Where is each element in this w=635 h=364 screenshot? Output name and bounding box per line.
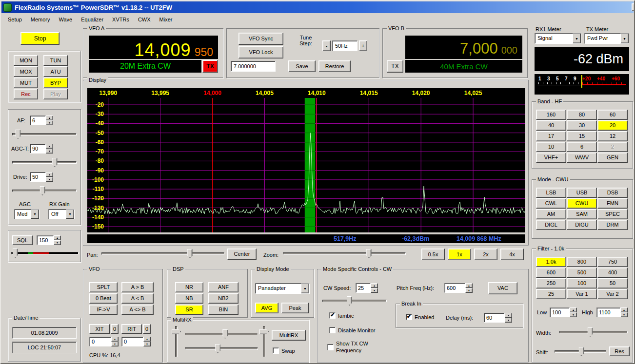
restore-button[interactable]: Restore [318,60,351,72]
spin-up-icon[interactable] [465,283,473,288]
filter-500-button[interactable]: 500 [567,268,597,278]
cw-speed-slider[interactable] [322,296,387,306]
iambic-checkbox[interactable]: Iambic [329,312,354,319]
multirx-button[interactable]: MultiRX [272,330,306,341]
slider-thumb[interactable] [52,158,58,167]
tx-meter-combo[interactable]: Fwd Pwr [584,33,629,44]
spin-down-icon[interactable] [371,288,378,293]
show-tx-cw-frequency-checkbox[interactable]: Show TX CW Frequency [327,341,380,354]
band-6-button[interactable]: 6 [567,142,597,152]
slider-thumb[interactable] [222,329,228,339]
checkbox-box[interactable] [406,314,412,320]
xit-button[interactable]: XIT [89,324,110,334]
band-30-button[interactable]: 30 [567,120,597,131]
dsp-nr-button[interactable]: NR [175,282,203,292]
spin-up-icon[interactable] [371,283,378,288]
cw-speed-spinner[interactable]: 25 [356,283,378,293]
rx-meter-combo[interactable]: Signal [535,33,581,44]
slider-thumb[interactable] [215,344,220,353]
spin-down-icon[interactable] [505,318,512,323]
filter-750-button[interactable]: 750 [597,257,628,267]
sql-slider[interactable] [11,248,79,259]
save-button[interactable]: Save [288,60,316,72]
filter-var2-button[interactable]: Var 2 [597,289,628,299]
display-mode-combo[interactable]: Panadapter [255,283,310,294]
if-to-vfo-button[interactable]: IF->V [89,305,118,315]
menu-cwx[interactable]: CWX [134,15,155,24]
vfo-b-tx-button[interactable]: TX [387,60,403,73]
dsp-sr-button[interactable]: SR [175,305,203,315]
filter-250-button[interactable]: 250 [536,278,566,288]
zoom-2x-button[interactable]: 2x [474,249,497,260]
vac-button[interactable]: VAC [488,282,517,294]
dsp-nb2-button[interactable]: NB2 [208,293,238,304]
spin-down-icon[interactable] [46,149,53,153]
slider-thumb[interactable] [588,327,593,337]
slider-thumb[interactable] [172,329,181,334]
title-bar[interactable]: FlexRadio Systems™ PowerSDR™ v1.18.2 -- … [1,1,634,13]
filter-400-button[interactable]: 400 [597,268,628,278]
multirx-pan-right-slider[interactable] [259,326,270,357]
spin-down-icon[interactable] [143,342,151,346]
filter-shift-slider[interactable] [555,346,606,357]
spin-up-icon[interactable] [54,235,61,240]
spin-up-icon[interactable] [46,115,53,120]
filter-100-button[interactable]: 100 [567,278,597,288]
menu-memory[interactable]: Memory [26,15,55,24]
band-80-button[interactable]: 80 [567,110,597,120]
spin-down-icon[interactable] [54,240,61,245]
band-17-button[interactable]: 17 [536,131,566,141]
agc-combo[interactable]: Med [14,209,40,219]
filter-600-button[interactable]: 600 [536,268,566,278]
spin-down-icon[interactable] [570,312,577,317]
pan-center-button[interactable]: Center [227,249,257,260]
dropdown-arrow-icon[interactable] [66,210,74,219]
filter-25-button[interactable]: 25 [536,289,566,299]
dsp-nb-button[interactable]: NB [175,293,203,304]
agct-spinner[interactable]: 90 [30,144,53,153]
spin-up-icon[interactable] [570,307,577,312]
dsp-anf-button[interactable]: ANF [208,282,238,292]
af-spinner[interactable]: 6 [30,115,53,125]
vfo-a-frequency-display[interactable]: 14,009 950 [89,36,218,59]
spin-up-icon[interactable] [46,144,53,149]
filter-high-spinner[interactable]: 1100 [596,307,628,317]
band-60-button[interactable]: 60 [597,110,628,120]
slider-thumb[interactable] [579,347,584,356]
checkbox-box[interactable] [329,312,336,319]
band-vhf-button[interactable]: VHF+ [536,153,566,163]
rit-spinner[interactable]: 0 [121,337,151,346]
checkbox-box[interactable] [327,344,334,350]
tune-step-minus-button[interactable]: - [322,40,331,51]
avg-button[interactable]: AVG [255,303,278,313]
slider-thumb[interactable] [366,249,372,258]
spin-down-icon[interactable] [46,177,53,182]
spin-up-icon[interactable] [505,313,512,318]
slider-thumb[interactable] [15,130,20,139]
mode-spec-button[interactable]: SPEC [597,209,628,219]
spin-up-icon[interactable] [620,307,628,312]
mut-button[interactable]: MUT [14,77,38,88]
b-to-a-button[interactable]: A < B [121,293,154,304]
vfo-lock-button[interactable]: VFO Lock [238,46,283,58]
multirx-pan-left-slider[interactable] [171,326,182,357]
zoom-4x-button[interactable]: 4x [500,249,524,260]
mode-digl-button[interactable]: DIGL [536,220,566,230]
mode-fmn-button[interactable]: FMN [597,198,628,209]
mode-usb-button[interactable]: USB [567,188,597,198]
band-wwv-button[interactable]: WWV [567,153,597,163]
slider-thumb[interactable] [259,329,269,334]
filter-800-button[interactable]: 800 [567,257,597,267]
mon-button[interactable]: MON [14,55,38,66]
rit-button[interactable]: RIT [121,324,142,334]
slider-thumb[interactable] [40,186,45,195]
af-slider[interactable] [12,129,77,139]
zoom-1x-button[interactable]: 1x [448,249,471,260]
mode-am-button[interactable]: AM [536,209,566,219]
band-20-button[interactable]: 20 [597,120,628,131]
break-in-enabled-checkbox[interactable]: Enabled [406,314,434,320]
menu-wave[interactable]: Wave [54,15,77,24]
dsp-bin-button[interactable]: BIN [208,305,238,315]
dropdown-arrow-icon[interactable] [301,284,309,293]
vfo-a-tx-button[interactable]: TX [202,60,218,73]
